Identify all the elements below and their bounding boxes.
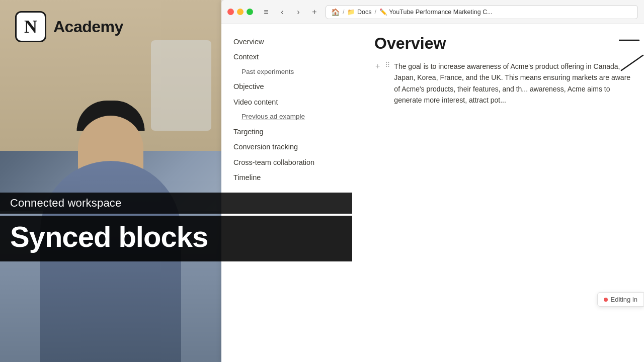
toc-objective[interactable]: Objective <box>229 79 354 94</box>
browser-nav-controls: ≡ ‹ › + <box>259 5 321 19</box>
person-body <box>40 161 181 362</box>
toc-context[interactable]: Context <box>229 49 354 64</box>
toc-video-content[interactable]: Video content <box>229 95 354 110</box>
back-button[interactable]: ‹ <box>275 5 289 19</box>
path-separator-1: / <box>343 9 344 16</box>
toc-timeline[interactable]: Timeline <box>229 170 354 185</box>
editing-label: Editing in <box>611 296 637 303</box>
traffic-lights <box>227 9 253 15</box>
editing-badge: Editing in <box>597 292 644 307</box>
block-controls: + ⠿ The goal is to increase awareness of… <box>374 61 632 106</box>
maximize-button[interactable] <box>247 9 253 15</box>
drag-handle-icon[interactable]: ⠿ <box>385 61 390 69</box>
add-tab-button[interactable]: + <box>307 5 321 19</box>
path-docs: 📁 Docs <box>347 8 371 16</box>
academy-label: Academy <box>53 18 123 36</box>
toc-past-experiments[interactable]: Past experiments <box>229 65 354 79</box>
editing-indicator-dot <box>604 298 608 302</box>
home-icon: 🏠 <box>331 8 340 16</box>
svg-line-1 <box>621 55 643 70</box>
main-title-text: Synced blocks <box>10 220 208 253</box>
video-text-overlay: Connected workspace Synced blocks <box>0 193 352 261</box>
subtitle-bar: Connected workspace <box>0 193 352 214</box>
add-block-icon[interactable]: + <box>374 61 381 72</box>
video-background <box>0 0 221 362</box>
toc-targeting[interactable]: Targeting <box>229 124 354 139</box>
path-separator-2: / <box>374 9 376 16</box>
close-button[interactable] <box>227 9 234 15</box>
browser-chrome: ≡ ‹ › + 🏠 / 📁 Docs / ✏️ YouTube Performa… <box>221 0 644 24</box>
toc-previous-ad-example[interactable]: Previous ad example <box>229 110 354 124</box>
notion-icon: N <box>15 11 46 42</box>
menu-icon[interactable]: ≡ <box>259 5 273 19</box>
browser-panel: ≡ ‹ › + 🏠 / 📁 Docs / ✏️ YouTube Performa… <box>221 0 644 362</box>
toc-conversion-tracking[interactable]: Conversion tracking <box>229 139 354 154</box>
video-panel <box>0 0 221 362</box>
forward-button[interactable]: › <box>291 5 305 19</box>
toc-cross-team[interactable]: Cross-team collaboration <box>229 155 354 170</box>
page-body: The goal is to increase awareness of Acm… <box>394 61 632 106</box>
path-file: ✏️ YouTube Performance Marketing C... <box>379 8 493 16</box>
toc-overview[interactable]: Overview <box>229 34 354 49</box>
main-title-bar: Synced blocks <box>0 216 352 261</box>
logo-area: N Academy <box>15 11 123 42</box>
subtitle-text: Connected workspace <box>10 197 121 209</box>
address-bar[interactable]: 🏠 / 📁 Docs / ✏️ YouTube Performance Mark… <box>326 5 638 19</box>
decorative-lines <box>619 30 644 93</box>
page-content: Overview + ⠿ The goal is to increase awa… <box>362 24 644 362</box>
page-heading: Overview <box>374 34 632 53</box>
minimize-button[interactable] <box>237 9 244 15</box>
